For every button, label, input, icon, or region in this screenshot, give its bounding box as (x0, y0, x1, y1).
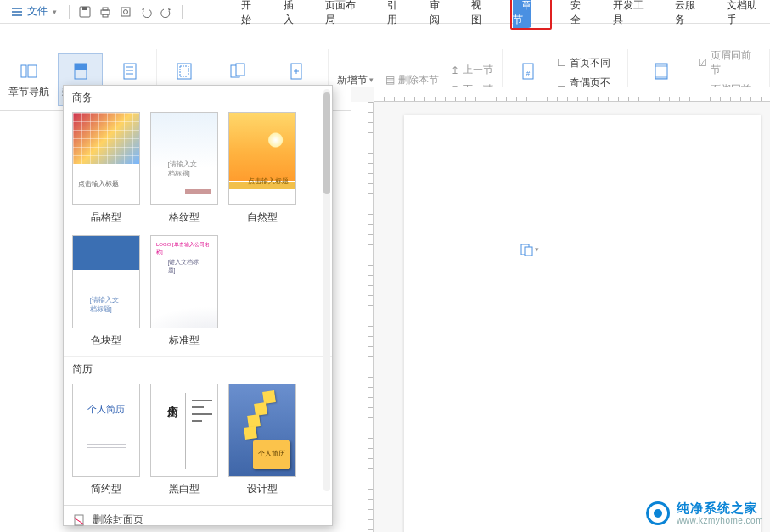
cover-page-dropdown: 商务 点击输入标题 晶格型 [请输入文档标题] 格纹型 点击输入标题 自然型 (63, 85, 333, 526)
svg-rect-13 (180, 66, 188, 76)
svg-rect-15 (236, 64, 244, 76)
thumb-label: 简约型 (91, 482, 121, 496)
svg-rect-11 (124, 64, 136, 79)
dropdown-scrollbar[interactable] (323, 89, 330, 491)
cover-thumb-sheji[interactable]: 个人简历 设计型 (228, 384, 296, 496)
thumb-label: 设计型 (247, 482, 278, 496)
thumb-label: 标准型 (169, 333, 200, 348)
thumb-label: 晶格型 (91, 210, 121, 225)
thumb-label: 自然型 (247, 210, 278, 225)
cover-thumb-jingge[interactable]: 点击输入标题 晶格型 (72, 112, 140, 225)
scroll-thumb[interactable] (323, 92, 330, 194)
thumb-caption: 个人简历 (166, 396, 178, 400)
toc-icon (120, 61, 140, 81)
thumb-preview: [请输入文档标题] (72, 235, 140, 328)
svg-rect-10 (75, 64, 87, 70)
tab-layout[interactable]: 页面布局 (322, 0, 368, 31)
paste-options-button[interactable]: ▾ (520, 243, 539, 256)
header-same-checkbox[interactable]: 页眉同前节 (698, 48, 761, 77)
chevron-down-icon: ▾ (535, 245, 539, 254)
svg-rect-22 (75, 515, 83, 525)
thumb-preview: 个人简历 (150, 384, 218, 477)
tab-review[interactable]: 审阅 (426, 0, 453, 31)
thumb-label: 格纹型 (169, 210, 200, 225)
thumb-preview: LOGO [单击输入公司名称] [键入文档标题] (150, 235, 218, 328)
cover-thumb-biaozhun[interactable]: LOGO [单击输入公司名称] [键入文档标题] 标准型 (150, 235, 218, 348)
thumb-logo: LOGO [单击输入公司名称] (156, 241, 212, 256)
tab-dochelper[interactable]: 文档助手 (723, 0, 770, 31)
delete-section-icon: ▤ (385, 74, 395, 86)
delete-section-button[interactable]: ▤ 删除本节 (385, 73, 439, 87)
first-page-diff-label: 首页不同 (570, 56, 610, 70)
thumb-caption: [键入文档标题] (168, 258, 201, 275)
thumb-caption: 个人简历 (87, 403, 125, 416)
thumb-caption: 点击输入标题 (78, 179, 119, 188)
business-grid: 点击输入标题 晶格型 [请输入文档标题] 格纹型 点击输入标题 自然型 [请输入… (64, 109, 332, 356)
delete-cover-label: 删除封面页 (93, 512, 143, 527)
thumb-caption: [请输入文档标题] (168, 160, 201, 178)
watermark: 纯净系统之家 www.kzmyhome.com (646, 501, 763, 525)
up-icon: ↥ (451, 64, 459, 76)
document-page[interactable]: ▾ (404, 115, 761, 532)
tab-devtools[interactable]: 开发工具 (610, 0, 656, 31)
papersize-icon (286, 61, 306, 81)
dropdown-section-resume: 简历 (64, 356, 332, 380)
thumb-caption: [请输入文档标题] (90, 295, 123, 314)
thumb-preview: 个人简历 (228, 384, 296, 477)
prev-section-label: 上一节 (463, 63, 493, 77)
cover-page-icon (70, 61, 91, 81)
paste-options-icon (520, 243, 533, 256)
vertical-ruler[interactable] (351, 102, 374, 532)
header-footer-icon (651, 61, 672, 81)
pagenum-icon: # (518, 61, 538, 81)
thumb-preview: 个人简历 (72, 384, 140, 477)
tab-view[interactable]: 视图 (468, 0, 495, 31)
prev-section-button[interactable]: ↥ 上一节 (451, 63, 493, 77)
cover-thumb-gewen[interactable]: [请输入文档标题] 格纹型 (150, 112, 218, 225)
thumb-caption: 个人简历 (258, 449, 285, 458)
margin-icon (174, 61, 194, 81)
cover-thumb-jianyue[interactable]: 个人简历 简约型 (72, 384, 140, 496)
svg-rect-21 (655, 76, 667, 79)
thumb-preview: 点击输入标题 (228, 112, 296, 205)
thumb-preview: 点击输入标题 (72, 112, 140, 205)
tab-cloud[interactable]: 云服务 (672, 0, 708, 31)
resume-grid: 个人简历 简约型 个人简历 黑白型 个人简历 设计型 (64, 380, 332, 505)
orientation-icon (228, 61, 248, 81)
section-nav-button[interactable]: 章节导航 (5, 53, 53, 106)
tab-section[interactable]: 章节 (513, 0, 531, 28)
new-section-label: 新增节▾ (337, 73, 374, 87)
watermark-url: www.kzmyhome.com (677, 516, 763, 526)
svg-text:#: # (526, 70, 531, 77)
cover-thumb-ziran[interactable]: 点击输入标题 自然型 (228, 112, 296, 225)
cover-thumb-sekuai[interactable]: [请输入文档标题] 色块型 (72, 235, 140, 348)
nav-icon (19, 61, 39, 81)
document-canvas: ▾ (351, 87, 770, 532)
delete-section-label: 删除本节 (398, 73, 439, 87)
svg-rect-7 (21, 65, 26, 77)
delete-cover-item[interactable]: 删除封面页 (64, 505, 332, 532)
delete-cover-icon (72, 513, 86, 527)
svg-rect-20 (655, 64, 667, 67)
horizontal-ruler[interactable] (374, 87, 770, 102)
svg-rect-8 (28, 65, 37, 77)
thumb-caption: 点击输入标题 (248, 176, 289, 186)
tab-security[interactable]: 安全 (567, 0, 594, 31)
tab-reference[interactable]: 引用 (384, 0, 411, 31)
cover-thumb-heibai[interactable]: 个人简历 黑白型 (150, 384, 218, 496)
thumb-label: 色块型 (91, 333, 121, 348)
section-nav-label: 章节导航 (8, 85, 49, 99)
dropdown-section-business: 商务 (64, 86, 332, 109)
tab-section-highlight: 章节 (510, 0, 552, 30)
watermark-title: 纯净系统之家 (677, 501, 763, 515)
svg-rect-24 (525, 247, 532, 256)
tab-start[interactable]: 开始 (238, 0, 265, 31)
thumb-preview: [请输入文档标题] (150, 112, 218, 205)
tab-insert[interactable]: 插入 (280, 0, 307, 31)
header-same-label: 页眉同前节 (711, 48, 761, 77)
thumb-label: 黑白型 (169, 482, 200, 496)
first-page-diff-checkbox[interactable]: 首页不同 (557, 56, 610, 70)
watermark-logo-icon (646, 501, 670, 525)
ribbon-tabs: 开始 插入 页面布局 引用 审阅 视图 章节 安全 开发工具 云服务 文档助手 (0, 0, 770, 25)
